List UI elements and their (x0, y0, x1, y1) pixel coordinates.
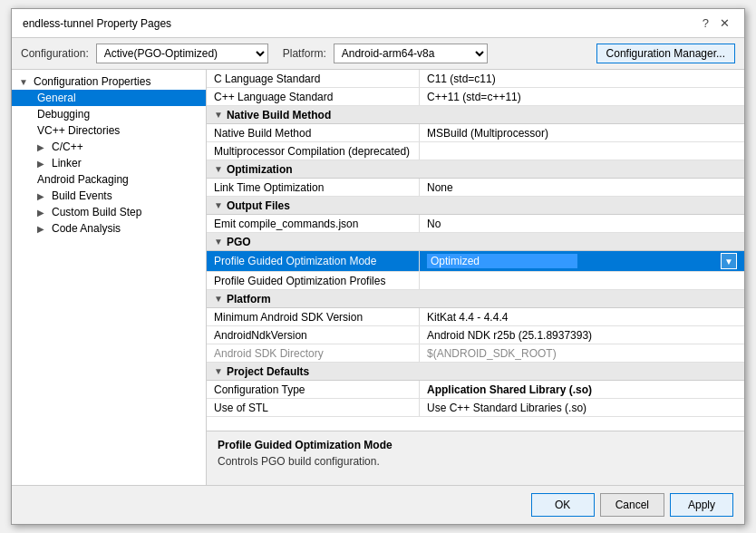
section-chevron-icon: ▼ (214, 294, 223, 304)
tree-item-code-analysis[interactable]: ▶ Code Analysis (12, 220, 206, 237)
dialog-title: endless-tunnel Property Pages (23, 17, 171, 30)
section-project-defaults[interactable]: ▼ Project Defaults (207, 363, 744, 381)
section-label: PGO (227, 236, 251, 248)
tree-item-cpp[interactable]: ▶ C/C++ (12, 139, 206, 155)
expander-icon: ▼ (19, 77, 30, 87)
prop-value-ndk-version: Android NDK r25b (25.1.8937393) (420, 326, 744, 344)
prop-row-config-type[interactable]: Configuration Type Application Shared Li… (207, 381, 744, 399)
prop-value-c-lang: C11 (std=c11) (420, 70, 744, 87)
prop-name-min-sdk: Minimum Android SDK Version (207, 308, 420, 325)
section-chevron-icon: ▼ (214, 237, 223, 247)
tree-item-general[interactable]: General (12, 90, 206, 106)
prop-value-min-sdk: KitKat 4.4 - 4.4.4 (420, 308, 744, 325)
tree-item-vc-directories[interactable]: VC++ Directories (12, 122, 206, 139)
description-panel: Profile Guided Optimization Mode Control… (207, 431, 744, 485)
section-label: Platform (227, 293, 271, 305)
section-chevron-icon: ▼ (214, 366, 223, 376)
prop-name-c-lang: C Language Standard (207, 70, 420, 87)
cancel-button[interactable]: Cancel (600, 493, 664, 517)
prop-row-native-build-method[interactable]: Native Build Method MSBuild (Multiproces… (207, 124, 744, 142)
tree-item-custom-build-step[interactable]: ▶ Custom Build Step (12, 204, 206, 220)
tree-item-build-events[interactable]: ▶ Build Events (12, 188, 206, 204)
section-platform[interactable]: ▼ Platform (207, 290, 744, 308)
prop-value-emit-compile: No (420, 215, 744, 232)
prop-name-sdk-dir: Android SDK Directory (207, 344, 420, 362)
prop-row-min-sdk[interactable]: Minimum Android SDK Version KitKat 4.4 -… (207, 308, 744, 326)
prop-name-link-time-opt: Link Time Optimization (207, 179, 420, 196)
expander-icon: ▶ (37, 208, 48, 218)
prop-row-use-stl[interactable]: Use of STL Use C++ Standard Libraries (.… (207, 399, 744, 417)
prop-value-cpp-lang: C++11 (std=c++11) (420, 88, 744, 105)
section-label: Optimization (227, 163, 293, 176)
section-output-files[interactable]: ▼ Output Files (207, 197, 744, 215)
help-button[interactable]: ? (699, 16, 712, 30)
platform-select[interactable]: Android-arm64-v8a (334, 44, 488, 63)
apply-button[interactable]: Apply (670, 493, 733, 517)
prop-row-c-lang[interactable]: C Language Standard C11 (std=c11) (207, 70, 744, 88)
section-label: Project Defaults (227, 365, 309, 378)
tree-item-label: C/C++ (52, 141, 83, 153)
main-content: ▼ Configuration Properties General Debug… (12, 70, 744, 485)
prop-row-sdk-dir[interactable]: Android SDK Directory $(ANDROID_SDK_ROOT… (207, 344, 744, 363)
prop-row-link-time-opt[interactable]: Link Time Optimization None (207, 179, 744, 197)
close-button[interactable]: ✕ (716, 16, 733, 30)
tree-item-config-properties[interactable]: ▼ Configuration Properties (12, 73, 206, 90)
prop-name-emit-compile: Emit compile_commands.json (207, 215, 420, 232)
tree-item-debugging[interactable]: Debugging (12, 106, 206, 122)
section-chevron-icon: ▼ (214, 110, 223, 120)
prop-row-multiprocessor[interactable]: Multiprocessor Compilation (deprecated) (207, 142, 744, 160)
toolbar: Configuration: Active(PGO-Optimized) Pla… (12, 38, 744, 70)
left-panel: ▼ Configuration Properties General Debug… (12, 70, 207, 485)
config-manager-button[interactable]: Configuration Manager... (596, 44, 735, 63)
property-pages-dialog: endless-tunnel Property Pages ? ✕ Config… (11, 8, 745, 525)
prop-value-use-stl: Use C++ Standard Libraries (.so) (420, 399, 744, 416)
expander-icon: ▶ (37, 191, 48, 201)
prop-row-ndk-version[interactable]: AndroidNdkVersion Android NDK r25b (25.1… (207, 326, 744, 344)
prop-value-pgo-mode: Optimized ▼ (420, 251, 744, 271)
section-pgo[interactable]: ▼ PGO (207, 233, 744, 251)
tree-item-linker[interactable]: ▶ Linker (12, 155, 206, 171)
prop-name-ndk-version: AndroidNdkVersion (207, 326, 420, 344)
tree-item-label: Configuration Properties (34, 75, 150, 88)
prop-value-config-type: Application Shared Library (.so) (420, 381, 744, 398)
prop-row-cpp-lang[interactable]: C++ Language Standard C++11 (std=c++11) (207, 88, 744, 106)
right-panel: C Language Standard C11 (std=c11) C++ La… (207, 70, 744, 485)
section-label: Native Build Method (227, 109, 331, 121)
section-chevron-icon: ▼ (214, 200, 223, 210)
prop-name-cpp-lang: C++ Language Standard (207, 88, 420, 105)
tree-item-label: Code Analysis (52, 222, 121, 235)
prop-row-pgo-profiles[interactable]: Profile Guided Optimization Profiles (207, 272, 744, 290)
tree-item-label: VC++ Directories (37, 124, 120, 137)
prop-value-multiprocessor (420, 142, 744, 160)
config-label: Configuration: (21, 47, 89, 60)
prop-name-config-type: Configuration Type (207, 381, 420, 398)
section-native-build[interactable]: ▼ Native Build Method (207, 106, 744, 124)
pgo-value-text: Optimized (427, 254, 577, 268)
footer: OK Cancel Apply (12, 485, 744, 524)
tree-item-label: General (37, 92, 76, 104)
platform-label: Platform: (283, 47, 326, 60)
configuration-select[interactable]: Active(PGO-Optimized) (96, 44, 268, 63)
tree-item-android-packaging[interactable]: Android Packaging (12, 171, 206, 188)
prop-value-link-time-opt: None (420, 179, 744, 196)
description-text: Controls PGO build configuration. (218, 455, 733, 468)
expander-icon: ▶ (37, 224, 48, 234)
prop-value-pgo-profiles (420, 272, 744, 289)
prop-name-native-build-method: Native Build Method (207, 124, 420, 141)
prop-row-emit-compile[interactable]: Emit compile_commands.json No (207, 215, 744, 233)
tree-item-label: Debugging (37, 108, 90, 121)
description-title: Profile Guided Optimization Mode (218, 439, 733, 451)
section-label: Output Files (227, 199, 290, 212)
ok-button[interactable]: OK (531, 493, 595, 517)
prop-value-native-build-method: MSBuild (Multiprocessor) (420, 124, 744, 141)
tree-item-label: Linker (52, 157, 82, 170)
tree-item-label: Build Events (52, 189, 112, 202)
dropdown-arrow-icon[interactable]: ▼ (721, 253, 737, 269)
section-optimization[interactable]: ▼ Optimization (207, 160, 744, 179)
expander-icon: ▶ (37, 142, 48, 152)
properties-table: C Language Standard C11 (std=c11) C++ La… (207, 70, 744, 431)
expander-icon: ▶ (37, 159, 48, 169)
prop-row-pgo-mode[interactable]: Profile Guided Optimization Mode Optimiz… (207, 251, 744, 272)
prop-name-use-stl: Use of STL (207, 399, 420, 416)
title-bar: endless-tunnel Property Pages ? ✕ (12, 9, 744, 38)
